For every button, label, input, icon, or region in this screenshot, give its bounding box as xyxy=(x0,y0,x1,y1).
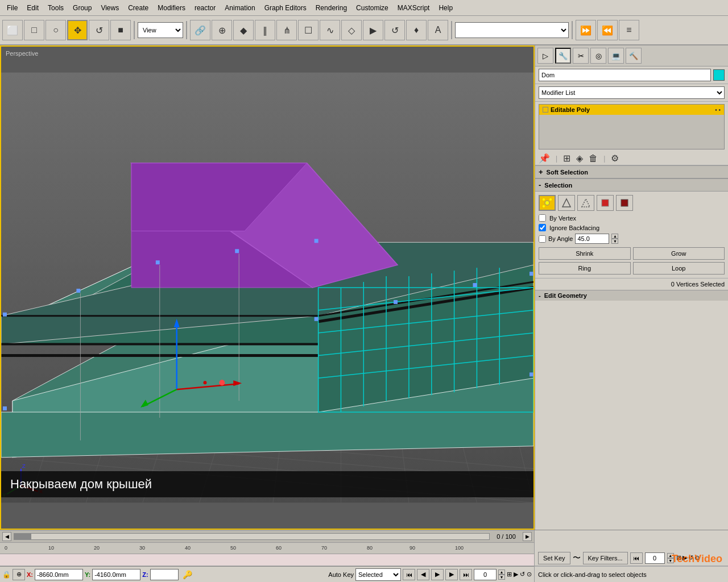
ring-btn[interactable]: Ring xyxy=(539,262,631,275)
mini-pb-2[interactable]: ▶ xyxy=(682,554,687,562)
material-editor-btn[interactable]: ◆ xyxy=(233,20,254,40)
select-objects-icon[interactable]: ▷ xyxy=(537,48,553,64)
go-start-btn[interactable]: ⏮ xyxy=(403,569,415,580)
lock-icon[interactable]: 🔒 xyxy=(2,571,11,579)
edit-geometry-header[interactable]: - Edit Geometry xyxy=(535,290,728,301)
mini-frame-input[interactable] xyxy=(645,552,665,564)
next-key-btn[interactable]: ⏩ xyxy=(576,20,596,40)
soft-selection-header[interactable]: + Soft Selection xyxy=(535,165,728,178)
pin-stack-btn[interactable]: 📌 xyxy=(539,153,550,164)
stack-item-editable-poly[interactable]: Editable Poly • • xyxy=(539,105,724,115)
selection-header[interactable]: - Selection xyxy=(535,178,728,192)
key-filters-btn[interactable]: Key Filters... xyxy=(583,552,628,564)
border-mode-btn[interactable] xyxy=(577,195,594,211)
modifier-list-dropdown[interactable]: Modifier List xyxy=(539,86,725,99)
play-btn[interactable]: ▶ xyxy=(431,569,444,580)
loop-btn[interactable]: Loop xyxy=(633,262,725,275)
select-region-rect-btn[interactable]: □ xyxy=(24,20,44,40)
frame-down-arrow[interactable]: ▼ xyxy=(498,575,505,580)
menu-tools[interactable]: Tools xyxy=(43,3,68,13)
menu-reactor[interactable]: reactor xyxy=(190,3,220,13)
mini-frame-down[interactable]: ▼ xyxy=(667,558,674,563)
menu-file[interactable]: File xyxy=(2,3,22,13)
align-btn[interactable]: ‖ xyxy=(255,20,275,40)
snap-toggle-btn[interactable]: ■ xyxy=(110,20,131,40)
menu-modifiers[interactable]: Modifiers xyxy=(153,3,190,13)
bind-btn[interactable]: ⊕ xyxy=(212,20,232,40)
menu-customize[interactable]: Customize xyxy=(351,3,393,13)
motion-icon[interactable]: ◎ xyxy=(590,48,606,64)
schematic-btn[interactable]: ◇ xyxy=(341,20,362,40)
menu-group[interactable]: Group xyxy=(68,3,96,13)
frame-input[interactable]: 0 xyxy=(474,569,497,580)
mirror-btn[interactable]: ⋔ xyxy=(276,20,297,40)
polygon-mode-btn[interactable] xyxy=(597,195,614,211)
move-tool-btn[interactable]: ✥ xyxy=(67,20,88,40)
render-btn[interactable]: ♦ xyxy=(406,20,427,40)
undo2-btn[interactable]: ↺ xyxy=(384,20,405,40)
set-key-btn[interactable]: Set Key xyxy=(538,552,570,564)
layer-mgr-btn[interactable]: ≡ xyxy=(619,20,639,40)
curve-btn[interactable]: ∿ xyxy=(320,20,340,40)
menu-edit[interactable]: Edit xyxy=(22,3,43,13)
viewport-perspective[interactable]: Perspective xyxy=(0,45,535,530)
menu-create[interactable]: Create xyxy=(123,3,153,13)
grow-btn[interactable]: Grow xyxy=(633,247,725,260)
angle-down-arrow[interactable]: ▼ xyxy=(611,239,618,244)
menu-help[interactable]: Help xyxy=(434,3,457,13)
undo-btn[interactable]: ↺ xyxy=(89,20,109,40)
prev-key-btn[interactable]: ⏪ xyxy=(597,20,618,40)
z-coord-input[interactable] xyxy=(150,569,179,580)
object-color-swatch[interactable] xyxy=(713,69,725,81)
timeline-prev-btn[interactable]: ◀ xyxy=(2,532,11,541)
text-btn[interactable]: A xyxy=(428,20,448,40)
angle-up-arrow[interactable]: ▲ xyxy=(611,234,618,239)
array-btn[interactable]: ☐ xyxy=(298,20,318,40)
remove-modifier-btn[interactable]: 🗑 xyxy=(589,153,598,164)
mini-frame-up[interactable]: ▲ xyxy=(667,553,674,558)
named-selections-dropdown[interactable] xyxy=(455,22,569,38)
mini-playback-1[interactable]: ⏮ xyxy=(630,552,643,564)
go-end-btn[interactable]: ⏭ xyxy=(460,569,472,580)
select-tool-btn[interactable]: ⬜ xyxy=(2,20,23,40)
shrink-btn[interactable]: Shrink xyxy=(539,247,631,260)
make-unique-btn[interactable]: ◈ xyxy=(576,153,583,164)
vertex-mode-btn[interactable] xyxy=(539,195,556,211)
menu-maxscript[interactable]: MAXScript xyxy=(393,3,435,13)
next-frame-btn[interactable]: ▶ xyxy=(445,569,458,580)
edge-mode-btn[interactable] xyxy=(558,195,575,211)
mini-pb-3[interactable]: ↺ xyxy=(688,554,693,562)
hierarchy-icon[interactable]: ✂ xyxy=(573,48,589,64)
ignore-backfacing-checkbox[interactable] xyxy=(539,224,546,231)
percent-btn[interactable]: ▶ xyxy=(363,20,383,40)
prev-frame-btn[interactable]: ◀ xyxy=(417,569,429,580)
mini-icon-1[interactable]: ⊞ xyxy=(507,571,512,578)
modify-panel-icon[interactable]: 🔧 xyxy=(555,48,571,64)
element-mode-btn[interactable] xyxy=(616,195,633,211)
x-coord-input[interactable]: -8660.0mm xyxy=(35,569,83,580)
angle-value-input[interactable]: 45.0 xyxy=(575,234,609,244)
frame-up-arrow[interactable]: ▲ xyxy=(498,569,505,575)
show-result-btn[interactable]: ⊞ xyxy=(563,153,570,164)
utilities-icon[interactable]: 🔨 xyxy=(626,48,642,64)
mini-icon-4[interactable]: ⊙ xyxy=(527,571,532,578)
reference-coord-dropdown[interactable]: View xyxy=(138,22,183,38)
timeline-scrollbar[interactable] xyxy=(14,533,490,540)
timeline-next-btn[interactable]: ▶ xyxy=(523,532,532,541)
mini-icon-3[interactable]: ↺ xyxy=(520,571,525,578)
menu-animation[interactable]: Animation xyxy=(220,3,259,13)
menu-views[interactable]: Views xyxy=(96,3,123,13)
mini-pb-4[interactable]: ⊙ xyxy=(694,554,700,562)
y-coord-input[interactable]: -4160.0mm xyxy=(92,569,140,580)
configure-modifier-sets-btn[interactable]: ⚙ xyxy=(611,153,619,164)
by-vertex-checkbox[interactable] xyxy=(539,214,546,222)
timeline-track[interactable] xyxy=(0,554,534,566)
link-btn[interactable]: 🔗 xyxy=(190,20,210,40)
select-region-circle-btn[interactable]: ○ xyxy=(46,20,66,40)
display-icon[interactable]: 💻 xyxy=(608,48,624,64)
object-name-input[interactable]: Dom xyxy=(539,69,711,81)
mini-icon-2[interactable]: ▶ xyxy=(514,571,518,578)
by-angle-checkbox[interactable] xyxy=(539,235,546,243)
menu-graph-editors[interactable]: Graph Editors xyxy=(260,3,311,13)
selected-dropdown[interactable]: Selected xyxy=(355,568,401,581)
